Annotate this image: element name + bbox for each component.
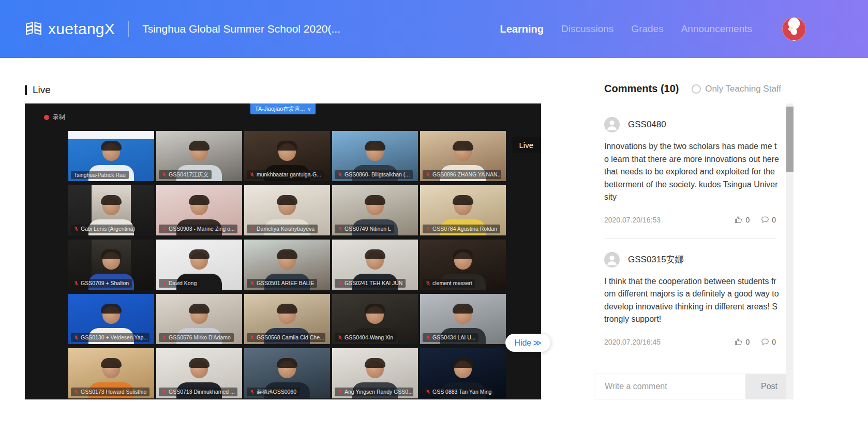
participant-tile: Dameliya Koishybayeva: [244, 185, 330, 235]
participant-name-tag: GSS0130 + Veldesen Yap...: [71, 333, 149, 342]
participant-name: GSS0903 - Marine Zing o...: [169, 226, 235, 232]
radio-button-icon[interactable]: [692, 84, 701, 94]
mic-muted-icon: [250, 280, 255, 286]
comments-scrollbar-thumb[interactable]: [786, 107, 794, 172]
thumbs-up-icon: [735, 216, 743, 224]
like-count: 0: [745, 338, 750, 346]
comment-like-button[interactable]: 0: [735, 338, 750, 346]
app-header: xuetangX Tsinghua Global Summer School 2…: [0, 0, 868, 58]
nav-item-grades[interactable]: Grades: [631, 23, 663, 35]
live-section-title: Live: [25, 84, 51, 96]
mic-muted-icon: [74, 280, 79, 286]
participant-name-tag: GSS 0883 Tan Yan Ming: [423, 388, 495, 396]
participant-name: GSS0417江庆义: [169, 172, 208, 177]
comment-item: GSS0315安娜 I think that the cooperation b…: [604, 239, 776, 346]
mic-muted-icon: [162, 280, 167, 286]
participant-name: Gabi Lenis (Argentina): [81, 226, 135, 232]
active-speaker-badge[interactable]: TA-Jiaojiao在发言... ∨: [250, 103, 316, 114]
participant-name-tag: GSS0173 Howard Sulisthio: [71, 388, 149, 396]
mic-muted-icon: [162, 335, 167, 340]
mic-muted-icon: [74, 335, 79, 340]
participant-name: munkhbaatar gantulga-G...: [257, 172, 321, 177]
participant-name-tag: David Kong: [159, 279, 200, 288]
comment-timestamp: 2020.07.20/16:53: [604, 216, 723, 224]
participant-tile: GSS0241 TEH KAI JUN: [332, 240, 418, 290]
participant-name-tag: GSS0860- Biligtsaikhan (...: [335, 170, 413, 179]
participant-name: GSS 0883 Tan Yan Ming: [432, 389, 491, 395]
comments-scrollbar-track[interactable]: [786, 103, 794, 399]
mic-muted-icon: [74, 226, 79, 232]
comment-input[interactable]: [594, 374, 745, 399]
participant-name-tag: GSS0568 Camila Cid Che...: [247, 333, 325, 342]
participant-name-tag: GSS0434 LAI U...: [423, 333, 478, 342]
course-title: Tsinghua Global Summer School 2020(...: [142, 23, 500, 35]
participant-tile: GSS0903 - Marine Zing o...: [156, 185, 242, 235]
comment-reply-button[interactable]: 0: [761, 216, 776, 224]
like-count: 0: [745, 216, 750, 224]
xuetangx-logo[interactable]: xuetangX: [25, 20, 115, 38]
nav-item-announcements[interactable]: Announcements: [681, 23, 752, 35]
participant-name: GSS0501 ARIEF BALIE: [257, 280, 314, 286]
speech-bubble-icon: [761, 216, 769, 224]
live-status-badge: Live: [512, 137, 541, 153]
participant-tile: GSS0434 LAI U...: [420, 294, 506, 344]
participant-name-tag: GSS0417江庆义: [159, 170, 212, 179]
participant-name-tag: Tsinghua-Patrick Rau: [71, 171, 129, 180]
teaching-staff-filter[interactable]: Only Teaching Staff: [692, 84, 781, 94]
participant-name: GSS0173 Howard Sulisthio: [81, 389, 146, 395]
participant-tile: GSS0173 Howard Sulisthio: [68, 348, 154, 398]
xuetangx-logo-icon: [25, 20, 42, 38]
mic-muted-icon: [426, 389, 430, 395]
participant-name: Ang Yingsen Randy GSS0...: [345, 389, 413, 395]
comment-reply-button[interactable]: 0: [761, 338, 776, 346]
participant-name-tag: GSS0576 Mirko D'Adamo: [159, 333, 234, 342]
participant-name: 裴德迅GSS0060: [257, 389, 296, 395]
comment-text: I think that the cooperation between stu…: [604, 275, 779, 326]
nav-item-discussions[interactable]: Discussions: [561, 23, 613, 35]
mic-muted-icon: [250, 172, 255, 177]
participant-name: GSS0568 Camila Cid Che...: [257, 335, 324, 340]
comments-panel: Comments (10) Only Teaching Staff GSS0: [594, 72, 794, 399]
participant-tile: GSS0709 + Shalton: [68, 240, 154, 290]
comment-text: Innovations by the two scholars has made…: [604, 140, 779, 204]
comment-input-bar: Post: [594, 374, 794, 399]
mic-muted-icon: [338, 226, 342, 232]
commenter-name: GSS0315安娜: [628, 254, 684, 265]
participant-name-tag: clement messeri: [423, 279, 475, 288]
participant-tile: GSS0404-Wang Xin: [332, 294, 418, 344]
participant-name-tag: GSS0784 Agustina Roldan: [423, 225, 500, 233]
participant-tile: GSS0896 ZHANG YA NAN...: [420, 131, 506, 181]
teaching-staff-filter-label: Only Teaching Staff: [705, 84, 781, 94]
participant-name: Tsinghua-Patrick Rau: [74, 172, 126, 178]
participant-name: Dameliya Koishybayeva: [257, 226, 315, 232]
participant-name: GSS0404-Wang Xin: [345, 335, 393, 340]
participant-name-tag: GSS0713 Dinmukhamed ...: [159, 388, 237, 396]
nav-item-learning[interactable]: Learning: [500, 23, 544, 35]
comments-title: Comments (10): [604, 83, 679, 95]
commenter-name: GSS0480: [628, 120, 666, 130]
participant-name: David Kong: [169, 280, 197, 286]
title-accent-bar: [25, 85, 27, 95]
participant-tile: GSS 0883 Tan Yan Ming: [420, 348, 506, 398]
participant-name: clement messeri: [432, 280, 472, 286]
hide-panel-button[interactable]: Hide ≫: [505, 334, 550, 352]
chevron-down-icon: ∨: [307, 107, 311, 112]
user-avatar[interactable]: [782, 17, 806, 41]
participant-tile: Tsinghua-Patrick Rau: [68, 131, 154, 181]
participant-tile: clement messeri: [420, 240, 506, 290]
participant-tile: munkhbaatar gantulga-G...: [244, 131, 330, 181]
participant-name-tag: GSS0749 Nitinun L: [335, 225, 394, 233]
participant-name: GSS0713 Dinmukhamed ...: [169, 389, 235, 395]
mic-muted-icon: [74, 389, 79, 395]
participant-name-tag: Dameliya Koishybayeva: [247, 225, 318, 233]
participant-name-tag: Ang Yingsen Randy GSS0...: [335, 388, 413, 396]
thumbs-up-icon: [735, 338, 743, 346]
active-speaker-label: TA-Jiaojiao在发言...: [255, 105, 305, 113]
mic-muted-icon: [426, 335, 430, 340]
mic-muted-icon: [250, 226, 255, 232]
participant-name-tag: Gabi Lenis (Argentina): [71, 225, 138, 233]
participant-name: GSS0130 + Veldesen Yap...: [81, 335, 148, 340]
comment-like-button[interactable]: 0: [735, 216, 750, 224]
recording-indicator: 录制: [44, 113, 65, 122]
participant-tile: GSS0501 ARIEF BALIE: [244, 240, 330, 290]
